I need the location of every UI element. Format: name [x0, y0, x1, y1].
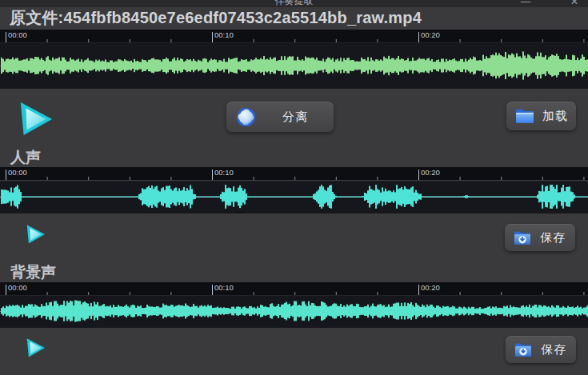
folder-icon — [515, 108, 534, 124]
save-background-button-label: 保存 — [532, 342, 576, 357]
svg-text:00:10: 00:10 — [214, 283, 234, 292]
svg-text:00:20: 00:20 — [421, 168, 440, 177]
load-button[interactable]: 加载 — [506, 102, 576, 130]
play-button-vocals[interactable] — [25, 222, 46, 245]
window-title: 伴奏提取 — [0, 0, 588, 7]
source-file-label: 原文件:454fbfb8450e7e6edf07453c2a5514bb_raw… — [10, 7, 586, 29]
minimize-icon[interactable]: — — [521, 0, 530, 7]
separate-button-label: 分离 — [257, 110, 334, 125]
close-icon[interactable]: ✕ — [570, 0, 578, 7]
separate-button[interactable]: 分离 — [226, 102, 334, 132]
timeline-ruler-original[interactable]: 00:0000:1000:20 — [0, 30, 588, 42]
svg-text:00:10: 00:10 — [214, 168, 234, 177]
waveform-vocals[interactable] — [0, 181, 588, 213]
svg-text:00:00: 00:00 — [8, 168, 27, 177]
timeline-ruler-background[interactable]: 00:0000:1000:20 — [0, 282, 588, 295]
svg-text:00:20: 00:20 — [421, 283, 440, 292]
waveform-original[interactable] — [0, 42, 588, 89]
waveform-background[interactable] — [0, 295, 588, 328]
background-section-label: 背景声 — [10, 262, 56, 283]
save-background-button[interactable]: 保存 — [506, 336, 576, 363]
save-download-icon — [514, 342, 532, 357]
timeline-ruler-vocals[interactable]: 00:0000:1000:20 — [0, 167, 588, 180]
svg-text:00:20: 00:20 — [421, 30, 440, 39]
play-button-original[interactable] — [17, 100, 54, 137]
save-vocals-button-label: 保存 — [531, 230, 575, 245]
save-download-icon — [514, 230, 531, 245]
load-button-label: 加载 — [534, 109, 576, 124]
accompaniment-extraction-window: 伴奏提取 — ✕ 原文件:454fbfb8450e7e6edf07453c2a5… — [0, 0, 588, 375]
svg-text:00:00: 00:00 — [8, 283, 27, 292]
vocals-section-label: 人声 — [10, 147, 41, 168]
play-button-background[interactable] — [25, 336, 46, 359]
svg-text:00:10: 00:10 — [214, 30, 234, 39]
processing-ball-icon — [235, 106, 257, 128]
save-vocals-button[interactable]: 保存 — [505, 224, 575, 251]
svg-text:00:00: 00:00 — [8, 30, 27, 39]
title-bar: 伴奏提取 — ✕ — [0, 0, 588, 7]
